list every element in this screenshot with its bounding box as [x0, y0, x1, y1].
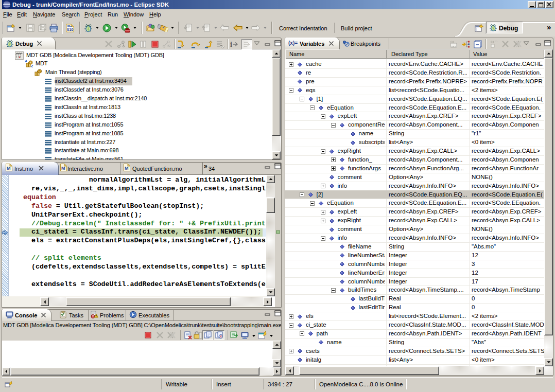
svg-text:M: M — [61, 166, 65, 171]
svg-text:M: M — [7, 166, 11, 171]
svg-text:i: i — [230, 41, 232, 48]
svg-text:010: 010 — [67, 27, 74, 32]
svg-text:M: M — [125, 166, 129, 171]
